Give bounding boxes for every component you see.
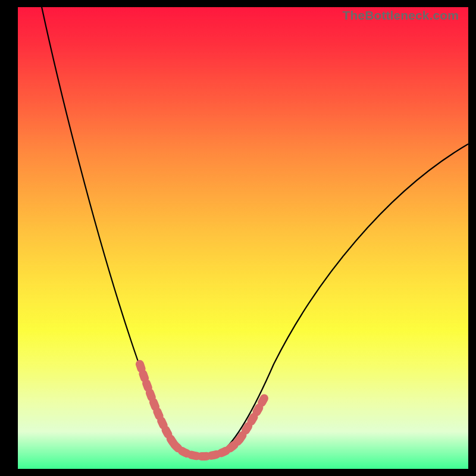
- highlight-segment-bottom: [174, 439, 240, 456]
- curve-line: [40, 7, 468, 457]
- highlight-segment-right: [240, 394, 267, 439]
- highlight-segment-left: [140, 364, 174, 444]
- bottleneck-curve: [18, 7, 468, 469]
- chart-plot-area: TheBottleneck.com: [18, 7, 468, 469]
